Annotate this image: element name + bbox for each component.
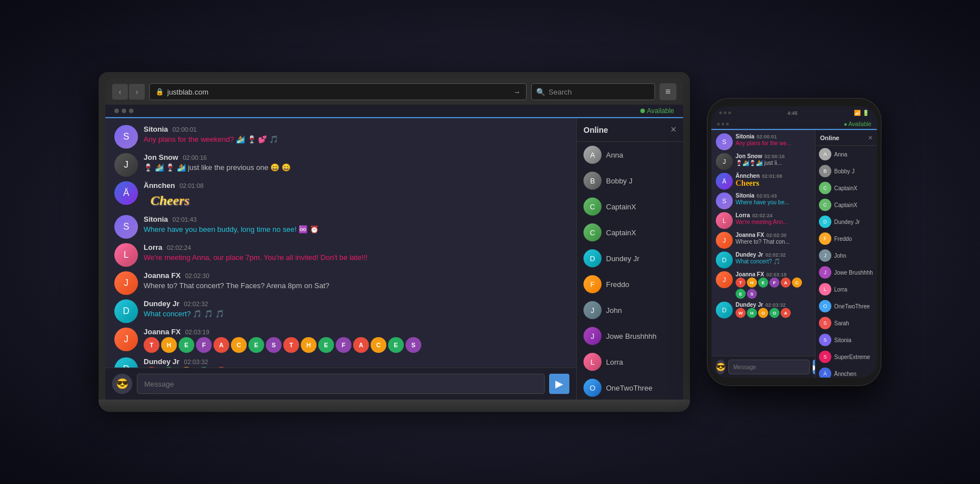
phone-msg-time: 02:02:30	[767, 232, 787, 238]
online-item[interactable]: JJohn	[577, 297, 683, 323]
phone-online-item[interactable]: SSarah	[816, 315, 877, 331]
phone-message-row: Ä Ännchen 02:01:08 Cheers	[716, 173, 810, 190]
phone-msg-time: 02:02:24	[752, 213, 773, 218]
bubble: S	[406, 337, 421, 353]
online-avatar: J	[583, 301, 602, 319]
online-name: Dundey Jr	[606, 254, 639, 263]
phone-message-row: S Sitonia 02:01:43 Where have you be...	[716, 192, 810, 209]
online-name: Anna	[606, 151, 623, 159]
phone-online-item[interactable]: ÄÄnnchen	[816, 365, 877, 378]
phone-author: Lorra	[736, 212, 750, 218]
msg-time: 02:02:32	[184, 301, 208, 307]
chat-container: S Sitonia 02:00:01 Any plans for the wee…	[105, 118, 683, 400]
avatar: S	[114, 125, 138, 149]
online-close-button[interactable]: ×	[670, 124, 676, 136]
phone-online-avatar: D	[819, 216, 831, 228]
msg-header: Dundey Jr 02:03:32	[144, 357, 229, 366]
msg-time: 02:00:01	[172, 126, 197, 133]
msg-author: Sitonia	[144, 215, 168, 223]
bubble: E	[179, 337, 194, 353]
online-panel: Online × AAnna BBobby J CCaptainX CCapta…	[576, 118, 683, 400]
send-button[interactable]: ▶	[549, 374, 569, 394]
online-item[interactable]: AAnna	[577, 142, 683, 168]
phone-online-item[interactable]: AAnna	[816, 146, 877, 163]
message-input[interactable]	[137, 374, 545, 394]
online-item[interactable]: FFreddo	[577, 271, 683, 297]
status-available: Available	[640, 107, 674, 115]
msg-content: Jon Snow 02:00:16 🍷 🏄 🍷 🏄 just like the …	[144, 153, 291, 173]
online-title: Online	[583, 126, 608, 135]
phone-msg-content: Sitonia 02:01:43 Where have you be...	[736, 192, 789, 206]
msg-author: Lorra	[144, 243, 162, 252]
online-avatar: A	[583, 146, 602, 164]
laptop-body: ‹ › 🔒 justblab.com → 🔍 Search ≡	[99, 72, 690, 400]
phone-message-input[interactable]	[728, 360, 810, 374]
phone-author: Sitonia	[736, 133, 754, 140]
message-row: Ä Ännchen 02:01:08 Cheers	[114, 181, 567, 210]
online-item[interactable]: DDundey Jr	[577, 245, 683, 271]
phone-online-item[interactable]: SSitonia	[816, 331, 877, 348]
phone-online-item[interactable]: JJowe Brushhhh	[816, 264, 877, 281]
search-icon: 🔍	[536, 88, 545, 96]
phone-msg-time: 02:02:32	[765, 252, 786, 258]
phone-author: Dundey Jr	[736, 302, 763, 308]
online-item[interactable]: CCaptainX	[577, 219, 683, 245]
back-button[interactable]: ‹	[112, 84, 128, 100]
phone-app-header: ● Available	[711, 119, 877, 130]
phone-online-item[interactable]: OOneTwoThree	[816, 298, 877, 315]
phone-online-name: Sarah	[834, 320, 849, 326]
phone-author: Dundey Jr	[736, 252, 763, 258]
phone-online-avatar: J	[819, 266, 831, 279]
online-item[interactable]: OOneTwoThree	[577, 375, 683, 400]
msg-header: Sitonia 02:01:43	[144, 215, 319, 223]
phone-online-item[interactable]: CCaptainX	[816, 180, 877, 196]
phone-msg-content: Dundey Jr 02:03:32 W H O O A	[736, 302, 791, 318]
phone-online-item[interactable]: FFreddo	[816, 230, 877, 247]
avatar: J	[114, 271, 138, 295]
messages-area[interactable]: S Sitonia 02:00:01 Any plans for the wee…	[105, 118, 576, 368]
phone-online-item[interactable]: SSuperExtreme	[816, 348, 877, 365]
phone-online-close[interactable]: ×	[868, 133, 872, 142]
phone-avatar: Ä	[716, 173, 733, 190]
avatar: J	[114, 153, 138, 177]
emoji-button[interactable]: 😎	[112, 374, 132, 394]
phone-dot	[719, 111, 722, 114]
phone-online-item[interactable]: CCaptainX	[816, 196, 877, 213]
phone-text: We're meeting Ann...	[736, 218, 787, 226]
input-area: 😎 ▶	[105, 368, 576, 400]
msg-content: Dundey Jr 02:03:32 W H O O A	[144, 357, 229, 368]
url-bar[interactable]: 🔒 justblab.com →	[149, 83, 527, 100]
online-item[interactable]: LLorra	[577, 349, 683, 375]
phone-online-item[interactable]: LLorra	[816, 281, 877, 298]
phone-online-item[interactable]: JJohn	[816, 247, 877, 264]
phone-text: Where have you be...	[736, 199, 789, 206]
phone-message-row: S Sitonia 02:00:01 Any plans for the we.…	[716, 133, 810, 150]
phone-avatar: L	[716, 212, 733, 229]
phone-message-row: D Dundey Jr 02:03:32 W H O	[716, 302, 810, 319]
bubble: E	[388, 337, 404, 353]
phone-bubble: T	[736, 277, 746, 288]
phone-emoji-button[interactable]: 😎	[716, 360, 725, 374]
online-item[interactable]: JJowe Brushhhh	[577, 323, 683, 349]
search-bar[interactable]: 🔍 Search	[531, 83, 655, 100]
phone-online-item[interactable]: DDundey Jr	[816, 213, 877, 230]
wifi-icon: 📶	[854, 110, 861, 116]
phone-online-item[interactable]: BBobby J	[816, 163, 877, 180]
bubble-row: T H E F A C E S T H	[144, 337, 421, 353]
forward-button[interactable]: ›	[129, 84, 145, 100]
phone-msg-time: 02:03:19	[767, 272, 787, 277]
phone-chat-area: S Sitonia 02:00:01 Any plans for the we.…	[711, 130, 877, 378]
bubble: S	[266, 337, 282, 353]
avatar: D	[114, 299, 138, 323]
menu-button[interactable]: ≡	[660, 83, 676, 100]
phone-bubble: H	[747, 277, 757, 288]
phone-online-avatar: O	[819, 300, 831, 312]
online-item[interactable]: BBobby J	[577, 168, 683, 194]
online-item[interactable]: CCaptainX	[577, 194, 683, 219]
msg-time: 02:01:08	[180, 182, 204, 189]
phone-online-name: Jowe Brushhhh	[834, 270, 873, 276]
msg-time: 02:03:32	[184, 358, 208, 365]
bubble: F	[336, 337, 351, 353]
phone-messages[interactable]: S Sitonia 02:00:01 Any plans for the we.…	[711, 130, 815, 356]
msg-text: 🍷 🏄 🍷 🏄 just like the previous one 😄 😄	[144, 163, 291, 173]
